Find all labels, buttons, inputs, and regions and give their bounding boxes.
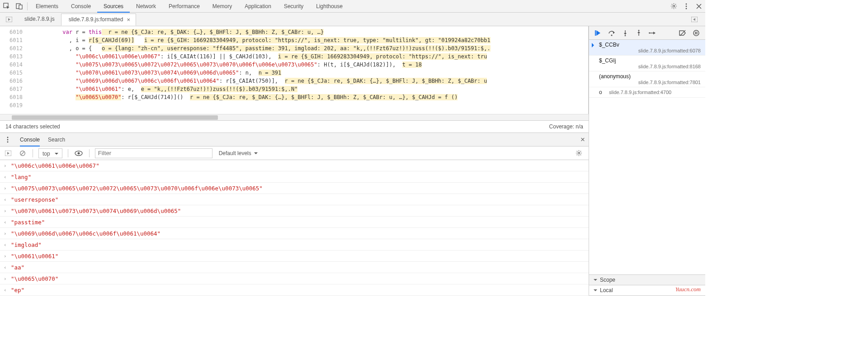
svg-point-30 [693, 30, 699, 36]
drawer-tab-console[interactable]: Console [20, 133, 40, 147]
svg-point-13 [7, 141, 9, 142]
console-message-text: "\u0070\u0061\u0073\u0073\u0074\u0069\u0… [11, 208, 181, 214]
drawer-tab-search[interactable]: Search [48, 133, 65, 147]
svg-rect-31 [695, 32, 696, 34]
close-devtools-icon[interactable] [693, 0, 705, 13]
live-expression-icon[interactable] [74, 147, 84, 160]
console-message-text: "aa" [11, 264, 24, 271]
step-out-icon[interactable] [634, 28, 643, 38]
step-over-icon[interactable] [607, 28, 616, 38]
console-filter-input[interactable] [95, 148, 212, 158]
console-message[interactable]: ‹"aa" [0, 262, 589, 273]
drawer-close-icon[interactable]: × [580, 135, 585, 144]
console-message-text: "\u0075\u0073\u0065\u0072\u0072\u0065\u0… [11, 185, 263, 192]
console-message-text: "\u006c\u0061\u006e\u0067" [11, 162, 99, 169]
scope-header-label: Scope [600, 277, 615, 283]
chevron-left-icon: ‹ [4, 287, 7, 293]
svg-marker-10 [693, 18, 695, 21]
console-message[interactable]: ‹"passtime" [0, 217, 589, 228]
panel-tab-network[interactable]: Network [130, 0, 162, 13]
svg-marker-22 [613, 31, 615, 34]
file-tab[interactable]: slide.7.8.9.js:formatted× [61, 14, 136, 26]
panel-tab-console[interactable]: Console [65, 0, 97, 13]
panel-tab-security[interactable]: Security [278, 0, 310, 13]
chevron-left-icon: ‹ [4, 197, 7, 203]
console-message[interactable]: ›"\u0061\u0061" [0, 251, 589, 262]
step-icon[interactable] [648, 28, 657, 38]
step-into-icon[interactable] [621, 28, 630, 38]
svg-marker-26 [637, 31, 640, 33]
source-editor[interactable]: 6010601160126013601460156016601760186019… [0, 26, 589, 114]
console-message[interactable]: ›"\u006c\u0061\u006e\u0067" [0, 160, 589, 171]
panel-tab-elements[interactable]: Elements [29, 0, 65, 13]
more-menu-icon[interactable] [680, 0, 693, 13]
device-toggle-icon[interactable] [13, 0, 25, 13]
inspect-element-icon[interactable] [0, 0, 13, 13]
panel-tab-application[interactable]: Application [238, 0, 278, 13]
svg-point-11 [7, 137, 9, 138]
svg-point-25 [625, 35, 626, 36]
console-message-text: "imgload" [11, 241, 42, 248]
close-tab-icon[interactable]: × [127, 14, 130, 26]
settings-gear-icon[interactable] [667, 0, 680, 13]
svg-point-29 [649, 32, 650, 33]
panel-tab-sources[interactable]: Sources [97, 0, 130, 13]
console-message[interactable]: ‹"lang" [0, 171, 589, 183]
svg-point-19 [578, 152, 580, 154]
chevron-right-icon: › [4, 208, 7, 214]
panel-tab-performance[interactable]: Performance [162, 0, 206, 13]
svg-rect-21 [595, 30, 596, 36]
console-message[interactable]: ‹"imgload" [0, 239, 589, 251]
panel-tab-memory[interactable]: Memory [206, 0, 238, 13]
scope-section-header[interactable]: Scope [589, 274, 705, 285]
chevron-right-icon: › [4, 163, 7, 169]
drawer-more-icon[interactable] [4, 133, 12, 146]
svg-marker-8 [8, 18, 10, 21]
console-controls: top Default levels [0, 147, 589, 160]
debugger-sidebar: $_CCBvslide.7.8.9.js:formatted:6078$_CGI… [589, 26, 705, 296]
panel-tab-lighthouse[interactable]: Lighthouse [310, 0, 349, 13]
more-tabs-icon[interactable] [689, 14, 700, 25]
svg-marker-28 [653, 32, 656, 34]
console-message[interactable]: ›"\u0065\u0070" [0, 273, 589, 284]
drawer-tabs: ConsoleSearch × [0, 133, 589, 147]
devtools-toolbar: ElementsConsoleSourcesNetworkPerformance… [0, 0, 705, 13]
call-stack-frame[interactable]: $_CGIjslide.7.8.9.js:formatted:8168 [589, 56, 705, 71]
chevron-left-icon: ‹ [4, 174, 7, 180]
deactivate-breakpoints-icon[interactable] [678, 28, 687, 38]
console-message[interactable]: ›"\u0069\u006d\u0067\u006c\u006f\u0061\u… [0, 228, 589, 239]
clear-console-icon[interactable] [18, 147, 27, 160]
resume-icon[interactable] [594, 28, 603, 38]
console-message[interactable]: ‹"userresponse" [0, 194, 589, 205]
pause-on-exceptions-icon[interactable] [692, 28, 701, 38]
console-message[interactable]: ›"\u0075\u0073\u0065\u0072\u0072\u0065\u… [0, 183, 589, 194]
chevron-left-icon: ‹ [4, 242, 7, 248]
console-message-text: "\u0065\u0070" [11, 275, 58, 282]
svg-point-5 [686, 5, 687, 7]
log-levels-select[interactable]: Default levels [216, 148, 259, 158]
call-stack: $_CCBvslide.7.8.9.js:formatted:6078$_CGI… [589, 40, 705, 274]
call-stack-frame[interactable]: (anonymous)slide.7.8.9.js:formatted:7801 [589, 71, 705, 87]
call-stack-frame[interactable]: $_CCBvslide.7.8.9.js:formatted:6078 [589, 40, 705, 56]
horizontal-scrollbar[interactable] [0, 114, 589, 120]
console-message[interactable]: ‹"ep" [0, 284, 589, 296]
svg-point-12 [7, 139, 9, 140]
console-settings-gear-icon[interactable] [572, 147, 585, 160]
chevron-left-icon: ‹ [4, 265, 7, 270]
console-sidebar-toggle-icon[interactable] [4, 148, 13, 159]
debugger-toolbar [589, 26, 705, 40]
file-tab[interactable]: slide.7.8.9.js [17, 13, 60, 25]
console-message-text: "\u0061\u0061" [11, 253, 58, 260]
execution-context-select[interactable]: top [38, 148, 62, 158]
show-navigator-icon[interactable] [4, 14, 14, 25]
svg-marker-15 [7, 152, 9, 155]
console-output: ›"\u006c\u0061\u006e\u0067"‹"lang"›"\u00… [0, 160, 589, 296]
code-area[interactable]: var r = this r = ne {$_CJa: re, $_DAK: {… [26, 26, 588, 114]
console-message-text: "ep" [11, 287, 24, 293]
console-message-text: "\u0069\u006d\u0067\u006c\u006f\u0061\u0… [11, 230, 160, 237]
svg-point-27 [638, 30, 640, 31]
current-frame-arrow-icon [592, 43, 596, 47]
console-message[interactable]: ›"\u0070\u0061\u0073\u0073\u0074\u0069\u… [0, 205, 589, 217]
call-stack-frame[interactable]: oslide.7.8.9.js:formatted:4700 [589, 87, 705, 98]
svg-point-4 [686, 3, 687, 5]
